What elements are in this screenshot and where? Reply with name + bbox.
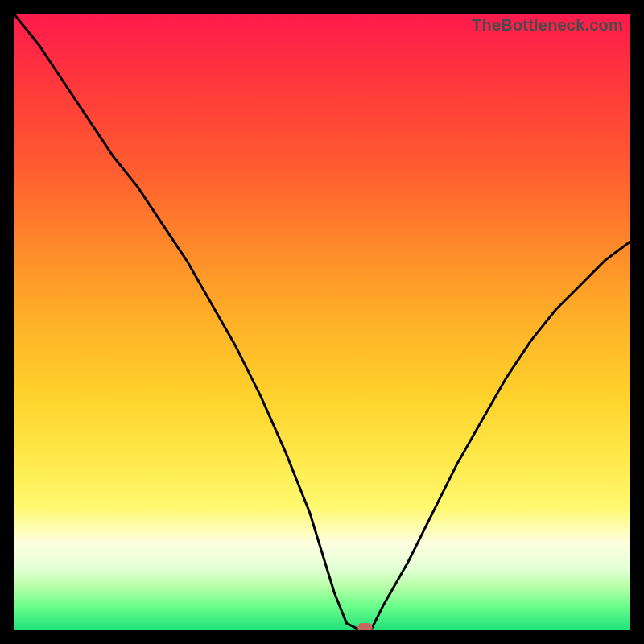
bottleneck-curve — [14, 14, 630, 630]
plot-area: TheBottleneck.com — [14, 14, 630, 630]
chart-frame: TheBottleneck.com — [0, 0, 644, 644]
min-marker — [358, 623, 373, 630]
